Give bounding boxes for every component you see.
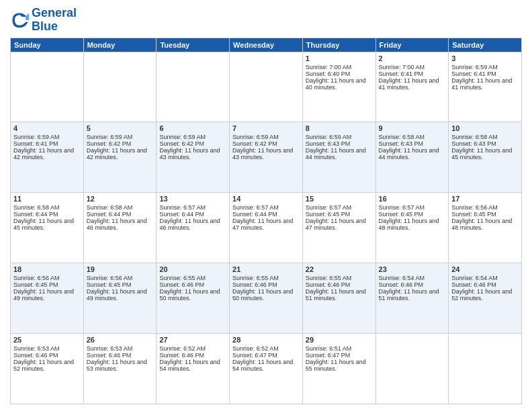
calendar-table: SundayMondayTuesdayWednesdayThursdayFrid…	[10, 38, 522, 404]
sunrise-line: Sunrise: 6:56 AM	[451, 204, 519, 211]
daylight-line: Daylight: 11 hours and 47 minutes.	[232, 218, 300, 231]
daylight-line: Daylight: 11 hours and 48 minutes.	[379, 218, 446, 231]
calendar-cell: 24Sunrise: 6:54 AMSunset: 6:46 PMDayligh…	[449, 263, 522, 334]
day-number: 8	[306, 124, 373, 132]
sunset-line: Sunset: 6:41 PM	[13, 140, 81, 147]
calendar-cell: 15Sunrise: 6:57 AMSunset: 6:45 PMDayligh…	[302, 193, 375, 263]
calendar-cell: 22Sunrise: 6:55 AMSunset: 6:46 PMDayligh…	[302, 263, 375, 334]
sunrise-line: Sunrise: 6:58 AM	[13, 204, 81, 211]
calendar-cell: 9Sunrise: 6:58 AMSunset: 6:43 PMDaylight…	[375, 122, 449, 193]
daylight-line: Daylight: 11 hours and 40 minutes.	[306, 77, 373, 91]
calendar-cell: 29Sunrise: 6:51 AMSunset: 6:47 PMDayligh…	[302, 334, 375, 404]
calendar-cell	[157, 52, 230, 122]
sunset-line: Sunset: 6:42 PM	[87, 140, 154, 147]
sunset-line: Sunset: 6:46 PM	[159, 352, 226, 359]
sunset-line: Sunset: 6:44 PM	[87, 211, 154, 218]
day-number: 28	[232, 336, 300, 344]
day-number: 9	[379, 124, 446, 132]
sunset-line: Sunset: 6:42 PM	[159, 140, 226, 147]
daylight-line: Daylight: 11 hours and 52 minutes.	[13, 359, 81, 372]
calendar-cell: 10Sunrise: 6:58 AMSunset: 6:43 PMDayligh…	[449, 122, 522, 193]
sunrise-line: Sunrise: 6:51 AM	[306, 345, 373, 352]
weekday-header-thursday: Thursday	[302, 38, 375, 52]
daylight-line: Daylight: 11 hours and 50 minutes.	[159, 288, 226, 302]
sunset-line: Sunset: 6:46 PM	[306, 281, 373, 288]
calendar-cell: 12Sunrise: 6:58 AMSunset: 6:44 PMDayligh…	[83, 193, 157, 263]
sunrise-line: Sunrise: 6:59 AM	[306, 134, 373, 140]
sunset-line: Sunset: 6:45 PM	[379, 211, 446, 218]
calendar-cell: 2Sunrise: 7:00 AMSunset: 6:41 PMDaylight…	[375, 52, 449, 122]
daylight-line: Daylight: 11 hours and 54 minutes.	[232, 359, 300, 372]
weekday-header-wednesday: Wednesday	[230, 38, 303, 52]
day-number: 19	[87, 265, 154, 273]
day-number: 26	[87, 336, 154, 344]
sunrise-line: Sunrise: 6:59 AM	[232, 134, 300, 140]
calendar-cell: 5Sunrise: 6:59 AMSunset: 6:42 PMDaylight…	[83, 122, 157, 193]
calendar-cell: 1Sunrise: 7:00 AMSunset: 6:40 PMDaylight…	[302, 52, 375, 122]
sunset-line: Sunset: 6:44 PM	[13, 211, 81, 218]
weekday-header-monday: Monday	[83, 38, 157, 52]
sunrise-line: Sunrise: 6:59 AM	[87, 134, 154, 140]
sunrise-line: Sunrise: 6:56 AM	[13, 275, 81, 281]
daylight-line: Daylight: 11 hours and 44 minutes.	[379, 147, 446, 161]
day-number: 16	[379, 195, 446, 203]
day-number: 5	[87, 124, 154, 132]
sunrise-line: Sunrise: 6:56 AM	[87, 275, 154, 281]
daylight-line: Daylight: 11 hours and 55 minutes.	[306, 359, 373, 372]
day-number: 10	[451, 124, 519, 132]
sunrise-line: Sunrise: 6:58 AM	[379, 134, 446, 140]
daylight-line: Daylight: 11 hours and 49 minutes.	[87, 288, 154, 302]
sunrise-line: Sunrise: 6:54 AM	[451, 275, 519, 281]
sunrise-line: Sunrise: 6:55 AM	[232, 275, 300, 281]
calendar-cell: 4Sunrise: 6:59 AMSunset: 6:41 PMDaylight…	[11, 122, 84, 193]
calendar-week-2: 4Sunrise: 6:59 AMSunset: 6:41 PMDaylight…	[11, 122, 522, 193]
calendar-cell: 11Sunrise: 6:58 AMSunset: 6:44 PMDayligh…	[11, 193, 84, 263]
daylight-line: Daylight: 11 hours and 41 minutes.	[451, 77, 519, 91]
daylight-line: Daylight: 11 hours and 43 minutes.	[159, 147, 226, 161]
day-number: 20	[159, 265, 226, 273]
calendar-body: 1Sunrise: 7:00 AMSunset: 6:40 PMDaylight…	[11, 52, 522, 404]
calendar-cell: 23Sunrise: 6:54 AMSunset: 6:46 PMDayligh…	[375, 263, 449, 334]
calendar-cell: 26Sunrise: 6:53 AMSunset: 6:46 PMDayligh…	[83, 334, 157, 404]
sunrise-line: Sunrise: 6:59 AM	[451, 64, 519, 71]
sunset-line: Sunset: 6:44 PM	[159, 211, 226, 218]
day-number: 1	[306, 54, 373, 62]
sunset-line: Sunset: 6:43 PM	[379, 140, 446, 147]
calendar-week-3: 11Sunrise: 6:58 AMSunset: 6:44 PMDayligh…	[11, 193, 522, 263]
sunrise-line: Sunrise: 6:53 AM	[87, 345, 154, 352]
day-number: 17	[451, 195, 519, 203]
daylight-line: Daylight: 11 hours and 45 minutes.	[451, 147, 519, 161]
day-number: 4	[13, 124, 81, 132]
daylight-line: Daylight: 11 hours and 49 minutes.	[13, 288, 81, 302]
sunrise-line: Sunrise: 6:57 AM	[232, 204, 300, 211]
daylight-line: Daylight: 11 hours and 48 minutes.	[451, 218, 519, 231]
sunrise-line: Sunrise: 6:55 AM	[306, 275, 373, 281]
daylight-line: Daylight: 11 hours and 50 minutes.	[232, 288, 300, 302]
logo-icon	[10, 11, 29, 30]
calendar-cell: 8Sunrise: 6:59 AMSunset: 6:43 PMDaylight…	[302, 122, 375, 193]
sunset-line: Sunset: 6:45 PM	[451, 211, 519, 218]
daylight-line: Daylight: 11 hours and 51 minutes.	[306, 288, 373, 302]
sunrise-line: Sunrise: 6:53 AM	[13, 345, 81, 352]
calendar-cell: 18Sunrise: 6:56 AMSunset: 6:45 PMDayligh…	[11, 263, 84, 334]
sunset-line: Sunset: 6:47 PM	[232, 352, 300, 359]
day-number: 12	[87, 195, 154, 203]
sunset-line: Sunset: 6:46 PM	[159, 281, 226, 288]
calendar-cell: 20Sunrise: 6:55 AMSunset: 6:46 PMDayligh…	[157, 263, 230, 334]
sunset-line: Sunset: 6:40 PM	[306, 71, 373, 77]
day-number: 27	[159, 336, 226, 344]
weekday-header-friday: Friday	[375, 38, 449, 52]
calendar-cell: 19Sunrise: 6:56 AMSunset: 6:45 PMDayligh…	[83, 263, 157, 334]
day-number: 15	[306, 195, 373, 203]
daylight-line: Daylight: 11 hours and 46 minutes.	[87, 218, 154, 231]
sunset-line: Sunset: 6:44 PM	[232, 211, 300, 218]
day-number: 25	[13, 336, 81, 344]
day-number: 23	[379, 265, 446, 273]
day-number: 29	[306, 336, 373, 344]
calendar-header-row: SundayMondayTuesdayWednesdayThursdayFrid…	[11, 38, 522, 52]
sunset-line: Sunset: 6:45 PM	[87, 281, 154, 288]
calendar-cell: 13Sunrise: 6:57 AMSunset: 6:44 PMDayligh…	[157, 193, 230, 263]
calendar-cell	[230, 52, 303, 122]
logo: General Blue	[10, 7, 77, 34]
sunset-line: Sunset: 6:46 PM	[379, 281, 446, 288]
